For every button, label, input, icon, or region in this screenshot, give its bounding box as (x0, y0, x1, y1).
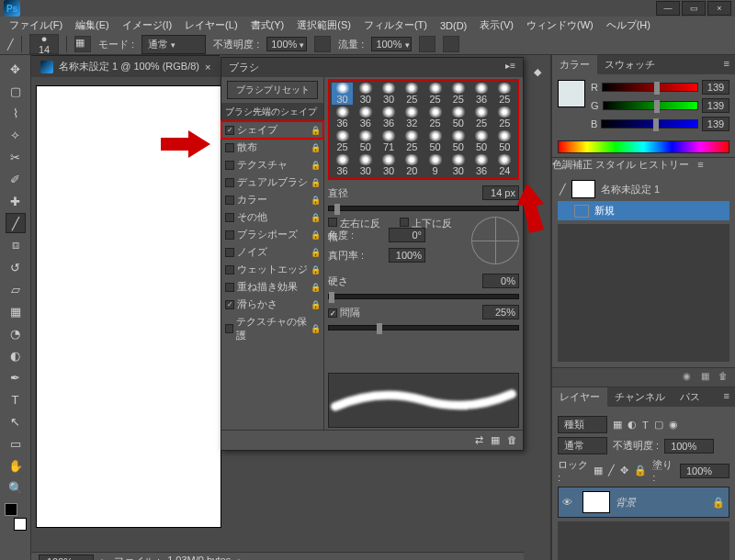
pen-tool[interactable]: ✒ (6, 367, 26, 387)
brush-tip[interactable]: 71 (379, 130, 400, 152)
lock-all-icon[interactable]: 🔒 (634, 465, 647, 476)
eyedropper-tool[interactable]: ✐ (6, 169, 26, 189)
document-tab[interactable]: 名称未設定 1 @ 100% (RGB/8) × (31, 55, 220, 77)
new-icon[interactable]: ▦ (698, 371, 711, 384)
maximize-button[interactable]: ▭ (682, 1, 706, 16)
brush-tip[interactable]: 50 (494, 130, 515, 152)
spacing-value[interactable]: 25% (482, 305, 519, 319)
filter-icon[interactable]: ◐ (628, 419, 637, 431)
panel-menu-icon[interactable]: ≡ (718, 387, 735, 407)
hand-tool[interactable]: ✋ (6, 455, 26, 476)
move-tool[interactable]: ✥ (6, 59, 26, 79)
size-slider[interactable] (328, 206, 519, 211)
healing-tool[interactable]: ✚ (6, 191, 26, 211)
gradient-tool[interactable]: ▦ (6, 301, 26, 321)
trash-icon[interactable]: 🗑 (717, 371, 729, 384)
doc-close[interactable]: × (205, 62, 210, 73)
tablet-size-icon[interactable] (443, 36, 459, 52)
brush-tip[interactable]: 30 (447, 154, 469, 176)
lock-transparent-icon[interactable]: ▦ (594, 465, 603, 476)
g-value[interactable]: 139 (702, 98, 729, 113)
brush-tip[interactable]: 25 (447, 83, 469, 105)
brush-tip[interactable]: 50 (424, 130, 446, 152)
b-slider[interactable] (601, 119, 698, 129)
brush-tip[interactable]: 36 (332, 106, 353, 129)
menu-view[interactable]: 表示(V) (474, 17, 519, 34)
tab-layers[interactable]: レイヤー (552, 387, 607, 407)
panel-menu-icon[interactable]: ≡ (692, 156, 708, 173)
brush-tip[interactable]: 24 (494, 154, 515, 176)
wand-tool[interactable]: ✧ (6, 125, 26, 145)
zoom-tool[interactable]: 🔍 (6, 477, 26, 498)
spacing-slider[interactable] (328, 325, 519, 330)
toggle-icon[interactable]: ⇄ (475, 434, 483, 446)
tablet-opacity-icon[interactable] (314, 36, 331, 52)
brush-option[interactable]: ノイズ🔒 (221, 243, 323, 261)
type-tool[interactable]: T (6, 389, 26, 409)
menu-type[interactable]: 書式(Y) (245, 17, 290, 34)
menu-file[interactable]: ファイル(F) (4, 17, 68, 34)
fg-color[interactable] (5, 503, 17, 516)
brush-option[interactable]: テクスチャ🔒 (221, 156, 323, 174)
brush-tip[interactable]: 36 (379, 106, 400, 129)
layer-row[interactable]: 👁 背景 🔒 (558, 487, 729, 518)
new-preset-icon[interactable]: ▦ (491, 434, 500, 446)
spacing-checkbox[interactable]: ✓ 間隔 (328, 306, 360, 319)
brush-tip[interactable]: 36 (471, 83, 492, 105)
g-slider[interactable] (603, 101, 698, 110)
brush-tip[interactable]: 25 (401, 83, 423, 105)
brush-tip[interactable]: 50 (447, 106, 469, 129)
brush-preset-button[interactable]: ブラシプリセット (227, 81, 318, 99)
brush-tip[interactable]: 9 (424, 154, 446, 176)
blend-mode[interactable]: 通常 (558, 437, 607, 454)
visibility-icon[interactable]: 👁 (562, 497, 577, 508)
brush-tip[interactable]: 25 (424, 83, 446, 105)
menu-edit[interactable]: 編集(E) (70, 17, 115, 34)
brush-tip[interactable]: 25 (494, 83, 515, 105)
menu-select[interactable]: 選択範囲(S) (291, 17, 356, 34)
bg-color[interactable] (14, 518, 27, 531)
fill-value[interactable]: 100% (680, 464, 729, 478)
brush-tip[interactable]: 25 (494, 106, 515, 129)
path-tool[interactable]: ↖ (6, 411, 26, 431)
zoom-input[interactable]: 100% (39, 554, 94, 560)
history-snapshot[interactable]: ╱ 名称未設定 1 (558, 177, 729, 201)
brush-tip[interactable]: 36 (471, 154, 492, 176)
brush-option[interactable]: 重ね描き効果🔒 (221, 278, 323, 296)
tab-channels[interactable]: チャンネル (607, 387, 673, 407)
brush-tip[interactable]: 20 (401, 154, 423, 176)
flow-input[interactable]: 100% (371, 37, 412, 51)
filter-icon[interactable]: ▢ (654, 419, 663, 431)
brush-tool[interactable]: ╱ (6, 213, 26, 233)
layer-thumbnail[interactable] (582, 491, 610, 513)
dodge-tool[interactable]: ◐ (6, 345, 26, 365)
history-brush-tool[interactable]: ↺ (6, 257, 26, 277)
collapsed-panel-icon[interactable]: ◆ (524, 61, 550, 83)
eraser-tool[interactable]: ▱ (6, 279, 26, 299)
history-list[interactable] (558, 224, 729, 362)
brush-tip[interactable]: 30 (379, 83, 400, 105)
marquee-tool[interactable]: ▢ (6, 81, 26, 101)
brush-option[interactable]: ブラシポーズ🔒 (221, 226, 323, 243)
brush-tip[interactable]: 30 (355, 154, 376, 176)
filter-icon[interactable]: T (642, 420, 649, 431)
tab-paths[interactable]: パス (673, 387, 707, 407)
lasso-tool[interactable]: ⌇ (6, 103, 26, 123)
brush-option[interactable]: ✓滑らかさ🔒 (221, 296, 323, 313)
brush-tip[interactable]: 32 (401, 106, 423, 129)
menu-window[interactable]: ウィンドウ(W) (521, 17, 599, 34)
brush-tip[interactable]: 50 (447, 130, 469, 152)
history-item[interactable]: 新規 (558, 201, 729, 220)
brush-tip[interactable]: 25 (471, 106, 492, 129)
r-slider[interactable] (602, 83, 698, 92)
tab-history[interactable]: ヒストリー (639, 159, 689, 170)
size-value[interactable]: 14 px (482, 185, 519, 200)
close-button[interactable]: × (707, 1, 731, 16)
brush-tip[interactable]: 30 (379, 154, 400, 176)
color-swatch[interactable] (558, 80, 585, 107)
panel-menu-icon[interactable]: ≡ (718, 55, 735, 74)
brush-tip[interactable]: 25 (424, 106, 446, 129)
brush-tip[interactable]: 36 (355, 106, 376, 129)
angle-control[interactable] (471, 217, 519, 264)
r-value[interactable]: 139 (702, 80, 729, 95)
